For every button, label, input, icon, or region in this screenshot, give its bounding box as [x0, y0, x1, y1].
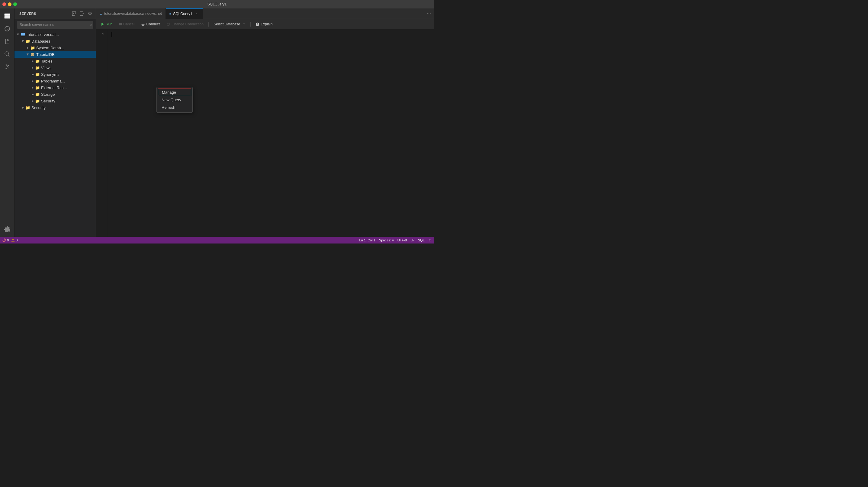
- status-eol[interactable]: LF: [410, 238, 414, 242]
- tree-item-security-inner[interactable]: ▶ 📁 Security: [14, 98, 96, 104]
- line-numbers: 1: [96, 30, 108, 237]
- views-folder-icon: 📁: [35, 65, 40, 70]
- search-input[interactable]: [17, 21, 93, 29]
- tree-item-synonyms[interactable]: ▶ 📁 Synonyms: [14, 71, 96, 78]
- synonyms-label: Synonyms: [41, 72, 96, 77]
- tree-item-tables[interactable]: ▶ 📁 Tables: [14, 58, 96, 64]
- maximize-button[interactable]: [13, 2, 17, 6]
- security-inner-label: Security: [41, 99, 96, 103]
- tab-sqlquery1[interactable]: ≡ SQLQuery1 ×: [166, 8, 203, 19]
- sidebar-item-git[interactable]: [2, 62, 12, 72]
- sidebar: SERVERS: [14, 8, 96, 237]
- settings-icon[interactable]: [87, 10, 93, 17]
- status-right: Ln 1, Col 1 Spaces: 4 UTF-8 LF SQL ☺: [360, 238, 432, 242]
- explain-button[interactable]: Explain: [253, 21, 275, 27]
- status-warnings[interactable]: 0: [11, 238, 18, 242]
- storage-label: Storage: [41, 92, 96, 97]
- svg-point-3: [5, 64, 7, 66]
- title-bar: SQLQuery1: [0, 0, 434, 8]
- minimize-button[interactable]: [8, 2, 11, 6]
- security-outer-label: Security: [31, 105, 96, 110]
- select-database-dropdown[interactable]: Select Database: [211, 21, 248, 27]
- tab-bar: ⊙ tutorialserver.database.windows.net ≡ …: [96, 8, 434, 19]
- status-errors[interactable]: 0: [2, 238, 9, 242]
- editor-content[interactable]: [108, 30, 434, 237]
- select-database-label: Select Database: [214, 22, 240, 26]
- tree-arrow-programmability: ▶: [30, 79, 35, 83]
- security-inner-folder-icon: 📁: [35, 98, 40, 103]
- sidebar-item-search[interactable]: [2, 49, 12, 59]
- tree-item-server[interactable]: ▶ tutorialserver.dat...: [14, 31, 96, 38]
- storage-folder-icon: 📁: [35, 92, 40, 97]
- connect-label: Connect: [146, 22, 160, 26]
- tab-sql-icon: ≡: [169, 12, 171, 16]
- toolbar-separator: [208, 22, 209, 27]
- tree-item-storage[interactable]: ▶ 📁 Storage: [14, 91, 96, 98]
- run-button[interactable]: Run: [98, 21, 115, 27]
- server-icon: [21, 32, 25, 37]
- status-position[interactable]: Ln 1, Col 1: [360, 238, 375, 242]
- system-db-folder-icon: 📁: [30, 45, 35, 50]
- close-button[interactable]: [2, 2, 6, 6]
- tab-server-label: tutorialserver.database.windows.net: [104, 11, 162, 16]
- context-menu-item-refresh[interactable]: Refresh: [157, 103, 192, 111]
- line-number-1: 1: [96, 32, 104, 36]
- tree-arrow-tables: ▶: [30, 59, 35, 63]
- tree-item-system-db[interactable]: ▶ 📁 System Datab...: [14, 44, 96, 51]
- tutorialdb-label: TutorialDB: [36, 52, 96, 57]
- tree-item-programmability[interactable]: ▶ 📁 Programma...: [14, 78, 96, 84]
- tree-arrow-security-outer: ▶: [21, 105, 25, 110]
- databases-label: Databases: [31, 39, 96, 43]
- toolbar-separator-2: [250, 22, 251, 27]
- status-bar: 0 0 Ln 1, Col 1 Spaces: 4 UTF-8 LF SQL ☺: [0, 237, 434, 243]
- tab-server[interactable]: ⊙ tutorialserver.database.windows.net: [96, 8, 166, 19]
- database-icon: [30, 52, 35, 57]
- security-outer-folder-icon: 📁: [25, 105, 30, 110]
- svg-point-4: [5, 68, 7, 69]
- tree-arrow-system-db: ▶: [25, 45, 30, 50]
- status-smiley-icon[interactable]: ☺: [428, 238, 432, 242]
- tree-arrow-security-inner: ▶: [30, 98, 35, 103]
- programmability-label: Programma...: [41, 79, 96, 83]
- external-resources-label: External Res...: [41, 86, 96, 90]
- svg-point-9: [31, 53, 34, 54]
- tables-folder-icon: 📁: [35, 59, 40, 63]
- sidebar-item-settings[interactable]: [2, 224, 12, 235]
- synonyms-folder-icon: 📁: [35, 72, 40, 77]
- disconnect-icon[interactable]: [79, 10, 86, 17]
- tree-item-external-resources[interactable]: ▶ 📁 External Res...: [14, 84, 96, 91]
- sidebar-header: SERVERS: [14, 8, 96, 19]
- tree-item-databases[interactable]: ▶ 📁 Databases: [14, 38, 96, 44]
- status-left: 0 0: [2, 238, 18, 242]
- tree-arrow-databases: ▶: [21, 39, 25, 43]
- tab-server-icon: ⊙: [100, 12, 102, 16]
- tree-item-security-outer[interactable]: ▶ 📁 Security: [14, 104, 96, 111]
- add-connection-icon[interactable]: [71, 10, 78, 17]
- app-container: SERVERS: [0, 8, 434, 237]
- tab-close-icon[interactable]: ×: [194, 11, 199, 16]
- search-clear-icon[interactable]: ×: [90, 23, 92, 27]
- system-db-label: System Datab...: [36, 45, 96, 50]
- tab-sql-label: SQLQuery1: [173, 12, 192, 16]
- tree-item-views[interactable]: ▶ 📁 Views: [14, 64, 96, 71]
- sidebar-item-new-file[interactable]: [2, 36, 12, 47]
- sidebar-item-history[interactable]: [2, 24, 12, 34]
- cursor: [112, 32, 112, 37]
- tree-arrow-external-resources: ▶: [30, 85, 35, 90]
- context-menu-item-manage[interactable]: Manage: [158, 89, 191, 96]
- sidebar-item-servers[interactable]: [2, 11, 12, 21]
- change-connection-label: Change Connection: [172, 22, 204, 26]
- sidebar-tab-label: SERVERS: [17, 10, 39, 17]
- editor[interactable]: 1 Manage New Query Refresh: [96, 30, 434, 237]
- svg-rect-0: [4, 13, 10, 15]
- error-count: 0: [7, 238, 9, 242]
- status-spaces[interactable]: Spaces: 4: [379, 238, 394, 242]
- tree-item-tutorialdb[interactable]: ▶ TutorialDB: [14, 51, 96, 58]
- connect-button[interactable]: Connect: [138, 21, 162, 27]
- cancel-button[interactable]: Cancel: [117, 21, 137, 27]
- status-encoding[interactable]: UTF-8: [398, 238, 407, 242]
- tab-bar-more-icon[interactable]: ···: [424, 8, 434, 19]
- status-language[interactable]: SQL: [418, 238, 425, 242]
- change-connection-button[interactable]: Change Connection: [164, 21, 206, 27]
- context-menu-item-new-query[interactable]: New Query: [157, 96, 192, 103]
